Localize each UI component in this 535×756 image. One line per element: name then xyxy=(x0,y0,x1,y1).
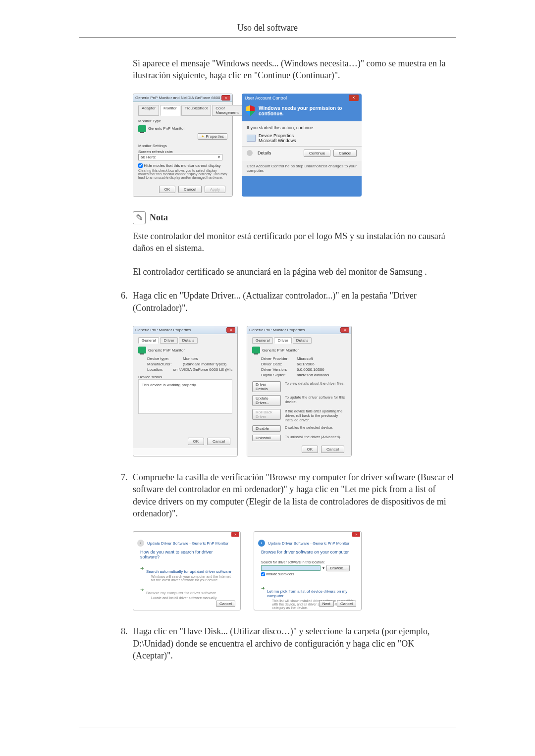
monitor-icon xyxy=(138,347,146,353)
cancel-button[interactable]: Cancel xyxy=(216,601,235,607)
uac-footer: User Account Control helps stop unauthor… xyxy=(242,161,362,176)
tab-driver[interactable]: Driver xyxy=(274,337,291,344)
kv-val: (Standard monitor types) xyxy=(183,362,226,366)
kv-key: Device type: xyxy=(147,356,183,361)
tab-adapter[interactable]: Adapter xyxy=(138,105,159,116)
option-label: Browse my computer for driver software xyxy=(146,591,217,595)
browse-computer-option[interactable]: ➜ Browse my computer for driver software… xyxy=(140,587,233,600)
ok-button[interactable]: OK xyxy=(188,438,205,445)
wizard-browse: × ‹ Update Driver Software - Generic PnP… xyxy=(254,531,362,610)
update-driver-button[interactable]: Update Driver... xyxy=(252,395,281,406)
ok-button[interactable]: OK xyxy=(302,446,319,453)
kv-key: Driver Version: xyxy=(261,367,297,372)
cancel-button[interactable]: Cancel xyxy=(321,446,344,453)
btn-desc: Disables the selected device. xyxy=(285,425,346,430)
device-status-text: This device is working properly. xyxy=(142,383,197,387)
kv-val: Microsoft xyxy=(297,356,313,361)
section-label: Monitor Type xyxy=(138,119,227,123)
disable-button[interactable]: Disable xyxy=(252,425,281,432)
btn-desc: To update the driver software for this d… xyxy=(285,395,346,404)
dialog-title: Generic PnP Monitor Properties xyxy=(135,328,226,332)
step-number: 8. xyxy=(121,625,133,661)
back-icon[interactable]: ‹ xyxy=(258,540,265,547)
close-icon[interactable]: × xyxy=(352,532,360,537)
step7-text: Compruebe la casilla de verificación "Br… xyxy=(133,471,456,519)
driver-props-driver: Generic PnP Monitor Properties × General… xyxy=(247,326,352,456)
device-status-label: Device status xyxy=(138,375,232,379)
continue-button[interactable]: Continue xyxy=(304,150,330,157)
chevron-down-icon: ▾ xyxy=(218,155,220,159)
tab-monitor[interactable]: Monitor xyxy=(160,105,180,116)
note-p2: El controlador certificado se anunciará … xyxy=(133,266,456,278)
tab-driver[interactable]: Driver xyxy=(160,337,177,344)
details-label[interactable]: Details xyxy=(258,151,301,155)
arrow-icon: ➜ xyxy=(261,586,265,591)
monitor-icon xyxy=(138,125,146,132)
tab-troubleshoot[interactable]: Troubleshoot xyxy=(181,105,211,116)
monitor-props-dialog: Generic PnP Monitor and NVIDIA GeForce 6… xyxy=(133,94,233,197)
close-icon[interactable]: × xyxy=(226,327,235,333)
arrow-icon: ➜ xyxy=(140,587,144,592)
close-icon[interactable]: × xyxy=(340,327,349,333)
cancel-button[interactable]: Cancel xyxy=(207,438,230,445)
close-icon[interactable]: × xyxy=(221,95,230,101)
tab-general[interactable]: General xyxy=(138,337,159,344)
kv-key: Manufacturer: xyxy=(147,362,183,366)
hide-modes-label: Hide modes that this monitor cannot disp… xyxy=(144,163,220,168)
uac-title: User Account Control xyxy=(245,96,287,101)
kv-val: 6/21/2006 xyxy=(297,362,315,366)
close-icon[interactable]: × xyxy=(231,532,239,537)
tab-general[interactable]: General xyxy=(252,337,273,344)
browse-button[interactable]: Browse... xyxy=(326,565,350,571)
kv-val: on NVIDIA GeForce 6600 LE (Microsoft Cor… xyxy=(173,367,232,372)
include-label: Include subfolders xyxy=(266,572,294,576)
include-subfolders-checkbox[interactable] xyxy=(261,572,265,576)
hide-modes-note: Clearing this check box allows you to se… xyxy=(138,169,227,179)
uac-dialog: User Account Control × Windows needs you… xyxy=(242,94,362,197)
ok-button[interactable]: OK xyxy=(159,186,176,193)
cancel-button[interactable]: Cancel xyxy=(333,150,357,157)
shield-icon xyxy=(246,105,255,116)
refresh-select[interactable]: 60 Hertz▾ xyxy=(138,154,222,160)
monitor-name: Generic PnP Monitor xyxy=(148,126,185,131)
search-auto-option[interactable]: ➜ Search automatically for updated drive… xyxy=(140,565,233,582)
intro-text: Si aparece el mensaje "Windows needs... … xyxy=(133,57,456,82)
hide-modes-checkbox[interactable] xyxy=(138,163,143,168)
tab-colormgmt[interactable]: Color Management xyxy=(212,105,242,116)
uac-started: If you started this action, continue. xyxy=(247,125,357,130)
btn-desc: If the device fails after updating the d… xyxy=(285,409,346,422)
kv-val: 6.0.6000.16386 xyxy=(297,367,324,372)
cancel-button[interactable]: Cancel xyxy=(337,601,356,607)
driver-details-button[interactable]: Driver Details xyxy=(252,381,281,392)
uninstall-button[interactable]: Uninstall xyxy=(252,435,281,441)
driver-props-general: Generic PnP Monitor Properties × General… xyxy=(133,326,238,456)
btn-desc: To uninstall the driver (Advanced). xyxy=(285,435,346,439)
uac-headline: Windows needs your permission to contion… xyxy=(259,105,358,116)
step8-text: Haga clic en "Have Disk... (Utilizar dis… xyxy=(133,625,456,661)
close-icon[interactable]: × xyxy=(349,95,359,101)
back-icon[interactable]: ‹ xyxy=(137,540,144,547)
note-p1: Este controlador del monitor está certif… xyxy=(133,230,456,254)
properties-button[interactable]: ✦ Properties xyxy=(198,133,227,140)
kv-key: Location: xyxy=(147,367,173,372)
kv-key: Digital Signer: xyxy=(261,373,297,377)
wizard-search: × ‹ Update Driver Software - Generic PnP… xyxy=(133,531,241,610)
cancel-button[interactable]: Cancel xyxy=(178,186,202,193)
dialog-title: Generic PnP Monitor Properties xyxy=(249,328,340,332)
btn-desc: To view details about the driver files. xyxy=(285,381,346,386)
note-label: Nota xyxy=(150,212,168,223)
section-label: Monitor Settings xyxy=(138,144,227,148)
kv-val: microsoft windows xyxy=(297,373,329,377)
location-input[interactable] xyxy=(261,565,321,571)
monitor-icon xyxy=(252,347,260,353)
kv-key: Driver Date: xyxy=(261,362,297,366)
next-button[interactable]: Next xyxy=(319,601,334,607)
wizard-heading: Browse for driver software on your compu… xyxy=(261,550,354,554)
monitor-name: Generic PnP Monitor xyxy=(148,348,185,353)
tab-details[interactable]: Details xyxy=(179,337,198,344)
chevron-down-icon[interactable] xyxy=(247,150,253,156)
option-sub: Windows will search your computer and th… xyxy=(151,575,233,582)
device-icon xyxy=(247,135,256,142)
tab-details[interactable]: Details xyxy=(293,337,312,344)
step-number: 6. xyxy=(121,290,133,314)
